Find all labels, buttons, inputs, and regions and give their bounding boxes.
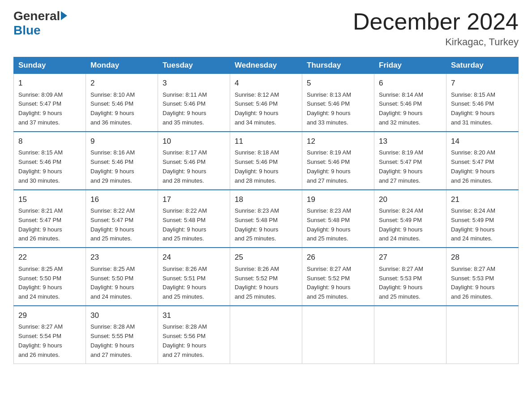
table-row: 30Sunrise: 8:28 AMSunset: 5:55 PMDayligh… [86,306,158,364]
col-wednesday: Wednesday [230,57,302,74]
table-row: 2Sunrise: 8:10 AMSunset: 5:46 PMDaylight… [86,74,158,132]
calendar-week-row: 15Sunrise: 8:21 AMSunset: 5:47 PMDayligh… [14,190,519,248]
table-row: 19Sunrise: 8:23 AMSunset: 5:48 PMDayligh… [302,190,374,248]
table-row: 27Sunrise: 8:27 AMSunset: 5:53 PMDayligh… [374,248,446,306]
title-block: December 2024 Kirkagac, Turkey [353,9,519,48]
day-info: Sunrise: 8:18 AMSunset: 5:46 PMDaylight:… [235,148,297,185]
day-info: Sunrise: 8:16 AMSunset: 5:46 PMDaylight:… [90,148,153,185]
table-row: 28Sunrise: 8:27 AMSunset: 5:53 PMDayligh… [446,248,519,306]
table-row: 25Sunrise: 8:26 AMSunset: 5:52 PMDayligh… [230,248,302,306]
day-info: Sunrise: 8:27 AMSunset: 5:53 PMDaylight:… [451,265,514,302]
table-row: 9Sunrise: 8:16 AMSunset: 5:46 PMDaylight… [86,132,158,190]
day-number: 8 [18,136,81,147]
day-number: 26 [307,252,369,263]
day-info: Sunrise: 8:26 AMSunset: 5:51 PMDaylight:… [163,265,225,302]
table-row: 31Sunrise: 8:28 AMSunset: 5:56 PMDayligh… [158,306,230,364]
day-number: 6 [379,77,442,89]
day-info: Sunrise: 8:15 AMSunset: 5:46 PMDaylight:… [18,148,81,185]
day-info: Sunrise: 8:19 AMSunset: 5:47 PMDaylight:… [379,148,442,185]
table-row: 8Sunrise: 8:15 AMSunset: 5:46 PMDaylight… [14,132,86,190]
table-row: 1Sunrise: 8:09 AMSunset: 5:47 PMDaylight… [14,74,86,132]
day-number: 14 [451,136,514,147]
day-info: Sunrise: 8:28 AMSunset: 5:56 PMDaylight:… [163,322,225,360]
day-number: 28 [451,252,514,263]
table-row [446,306,519,364]
table-row: 11Sunrise: 8:18 AMSunset: 5:46 PMDayligh… [230,132,302,190]
table-row: 21Sunrise: 8:24 AMSunset: 5:49 PMDayligh… [446,190,519,248]
header-row: Sunday Monday Tuesday Wednesday Thursday… [14,57,519,74]
table-row: 4Sunrise: 8:12 AMSunset: 5:46 PMDaylight… [230,74,302,132]
day-info: Sunrise: 8:14 AMSunset: 5:46 PMDaylight:… [379,90,442,128]
col-sunday: Sunday [14,57,86,74]
day-info: Sunrise: 8:25 AMSunset: 5:50 PMDaylight:… [18,265,81,302]
day-number: 21 [451,194,514,206]
table-row: 26Sunrise: 8:27 AMSunset: 5:52 PMDayligh… [302,248,374,306]
day-number: 9 [90,136,153,147]
table-row: 15Sunrise: 8:21 AMSunset: 5:47 PMDayligh… [14,190,86,248]
logo-blue-part [60,12,67,20]
table-row [374,306,446,364]
day-info: Sunrise: 8:20 AMSunset: 5:47 PMDaylight:… [451,148,514,185]
day-info: Sunrise: 8:27 AMSunset: 5:52 PMDaylight:… [307,265,369,302]
day-number: 1 [18,77,81,89]
day-number: 5 [307,77,369,89]
day-info: Sunrise: 8:26 AMSunset: 5:52 PMDaylight:… [235,265,297,302]
day-info: Sunrise: 8:17 AMSunset: 5:46 PMDaylight:… [163,148,225,185]
table-row [302,306,374,364]
day-info: Sunrise: 8:12 AMSunset: 5:46 PMDaylight:… [235,90,297,128]
col-saturday: Saturday [446,57,519,74]
table-row: 17Sunrise: 8:22 AMSunset: 5:48 PMDayligh… [158,190,230,248]
table-row: 13Sunrise: 8:19 AMSunset: 5:47 PMDayligh… [374,132,446,190]
logo-blue-text: Blue [13,23,41,38]
col-friday: Friday [374,57,446,74]
logo-arrow-icon [61,11,67,20]
day-number: 29 [18,310,81,321]
day-number: 18 [235,194,297,206]
table-row: 24Sunrise: 8:26 AMSunset: 5:51 PMDayligh… [158,248,230,306]
day-number: 2 [90,77,153,89]
day-info: Sunrise: 8:23 AMSunset: 5:48 PMDaylight:… [235,206,297,244]
location: Kirkagac, Turkey [353,36,519,48]
day-info: Sunrise: 8:24 AMSunset: 5:49 PMDaylight:… [379,206,442,244]
day-number: 23 [90,252,153,263]
day-info: Sunrise: 8:22 AMSunset: 5:48 PMDaylight:… [163,206,225,244]
day-info: Sunrise: 8:25 AMSunset: 5:50 PMDaylight:… [90,265,153,302]
day-info: Sunrise: 8:27 AMSunset: 5:53 PMDaylight:… [379,265,442,302]
day-info: Sunrise: 8:28 AMSunset: 5:55 PMDaylight:… [90,322,153,360]
table-row: 20Sunrise: 8:24 AMSunset: 5:49 PMDayligh… [374,190,446,248]
day-number: 12 [307,136,369,147]
day-info: Sunrise: 8:21 AMSunset: 5:47 PMDaylight:… [18,206,81,244]
table-row: 23Sunrise: 8:25 AMSunset: 5:50 PMDayligh… [86,248,158,306]
day-number: 24 [163,252,225,263]
day-number: 30 [90,310,153,321]
calendar-week-row: 29Sunrise: 8:27 AMSunset: 5:54 PMDayligh… [14,306,519,364]
day-number: 7 [451,77,514,89]
table-row: 5Sunrise: 8:13 AMSunset: 5:46 PMDaylight… [302,74,374,132]
day-info: Sunrise: 8:11 AMSunset: 5:46 PMDaylight:… [163,90,225,128]
logo: General Blue [13,9,67,38]
table-row [230,306,302,364]
day-number: 22 [18,252,81,263]
day-number: 10 [163,136,225,147]
table-row: 10Sunrise: 8:17 AMSunset: 5:46 PMDayligh… [158,132,230,190]
col-tuesday: Tuesday [158,57,230,74]
day-info: Sunrise: 8:27 AMSunset: 5:54 PMDaylight:… [18,322,81,360]
day-number: 27 [379,252,442,263]
day-info: Sunrise: 8:19 AMSunset: 5:46 PMDaylight:… [307,148,369,185]
calendar-week-row: 22Sunrise: 8:25 AMSunset: 5:50 PMDayligh… [14,248,519,306]
day-info: Sunrise: 8:09 AMSunset: 5:47 PMDaylight:… [18,90,81,128]
day-number: 17 [163,194,225,206]
calendar-week-row: 8Sunrise: 8:15 AMSunset: 5:46 PMDaylight… [14,132,519,190]
table-row: 3Sunrise: 8:11 AMSunset: 5:46 PMDaylight… [158,74,230,132]
day-info: Sunrise: 8:10 AMSunset: 5:46 PMDaylight:… [90,90,153,128]
table-row: 6Sunrise: 8:14 AMSunset: 5:46 PMDaylight… [374,74,446,132]
table-row: 29Sunrise: 8:27 AMSunset: 5:54 PMDayligh… [14,306,86,364]
day-number: 20 [379,194,442,206]
col-thursday: Thursday [302,57,374,74]
day-info: Sunrise: 8:15 AMSunset: 5:46 PMDaylight:… [451,90,514,128]
logo-general-text: General [13,9,60,23]
table-row: 14Sunrise: 8:20 AMSunset: 5:47 PMDayligh… [446,132,519,190]
day-number: 16 [90,194,153,206]
day-number: 15 [18,194,81,206]
calendar-table: Sunday Monday Tuesday Wednesday Thursday… [13,57,519,364]
